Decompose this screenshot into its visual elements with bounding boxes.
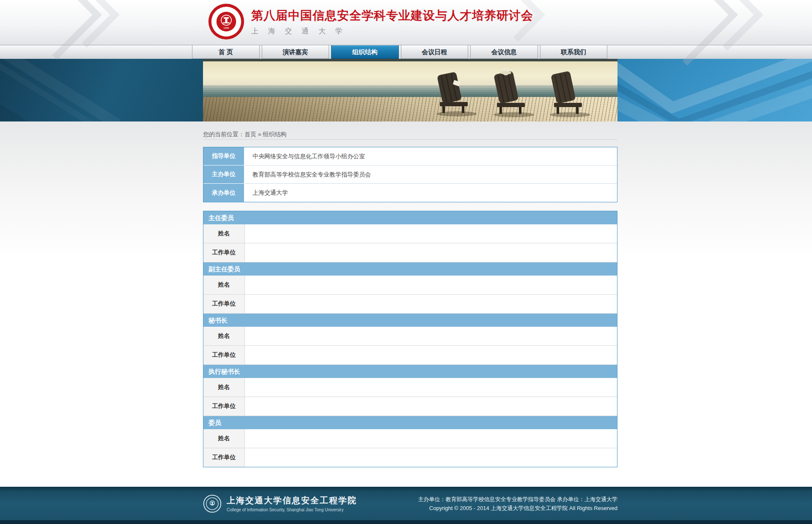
org-row-label-name: 姓名 [203, 378, 245, 397]
table-row: 姓名 [203, 378, 617, 397]
table-row: 工作单位 [203, 243, 617, 262]
table-row: 指导单位 中央网络安全与信息化工作领导小组办公室 [203, 147, 617, 165]
org-row-label-name: 姓名 [203, 224, 245, 243]
footer-college-name-en: College of Information Security, Shangha… [227, 507, 357, 512]
footer-seal-logo [203, 494, 222, 513]
unit-row-value: 上海交通大学 [245, 184, 617, 202]
sjtu-seal-logo[interactable]: SHANGHAI JIAO TONG UNIVERSITY 1896 [208, 3, 244, 40]
table-row: 工作单位 [203, 448, 617, 467]
table-row: 姓名 [203, 327, 617, 346]
org-row-value-unit [245, 346, 617, 364]
banner-left-panel [0, 59, 203, 121]
nav-tab-speakers[interactable]: 演讲嘉宾 [262, 45, 329, 59]
org-section-title: 执行秘书长 [203, 365, 617, 378]
breadcrumb-home-link[interactable]: 首页 [244, 131, 256, 138]
main-navigation: 首 页 演讲嘉宾 组织结构 会议日程 会议信息 联系我们 [0, 45, 812, 59]
seal-year-text: 1896 [223, 27, 229, 29]
org-row-value-name [245, 276, 617, 294]
table-row: 承办单位 上海交通大学 [203, 184, 617, 202]
org-row-value-name [245, 327, 617, 345]
main-content: 您的当前位置：首页 » 组织结构 指导单位 中央网络安全与信息化工作领导小组办公… [0, 121, 812, 487]
footer-bottom-strip [0, 520, 812, 524]
table-row: 姓名 [203, 224, 617, 243]
banner-chevron-decoration [617, 59, 812, 121]
nav-tab-strip: 首 页 演讲嘉宾 组织结构 会议日程 会议信息 联系我们 [192, 45, 607, 59]
table-row: 姓名 [203, 429, 617, 448]
org-section-title: 委员 [203, 416, 617, 429]
org-row-label-unit: 工作单位 [203, 295, 245, 313]
org-row-label-unit: 工作单位 [203, 243, 245, 262]
org-row-label-unit: 工作单位 [203, 346, 245, 364]
footer-organizers-line: 主办单位：教育部高等学校信息安全专业教学指导委员会 承办单位：上海交通大学 [418, 495, 617, 504]
nav-tab-organization[interactable]: 组织结构 [331, 45, 399, 59]
org-row-value-unit [245, 397, 617, 416]
table-row: 工作单位 [203, 397, 617, 416]
table-row: 主办单位 教育部高等学校信息安全专业教学指导委员会 [203, 165, 617, 184]
unit-row-label: 指导单位 [203, 147, 245, 165]
footer-college-name-cn: 上海交通大学信息安全工程学院 [227, 495, 357, 506]
org-section: 副主任委员 姓名 工作单位 [203, 262, 617, 314]
breadcrumb-current: 组织结构 [263, 131, 287, 138]
site-title: 第八届中国信息安全学科专业建设与人才培养研讨会 [251, 8, 533, 23]
org-section: 委员 姓名 工作单位 [203, 416, 617, 467]
table-row: 工作单位 [203, 295, 617, 314]
org-row-value-name [245, 429, 617, 448]
org-row-value-name [245, 224, 617, 243]
org-section-title: 秘书长 [203, 314, 617, 327]
org-section: 执行秘书长 姓名 工作单位 [203, 365, 617, 416]
org-row-label-name: 姓名 [203, 327, 245, 345]
breadcrumb-prefix: 您的当前位置： [203, 131, 244, 138]
unit-row-value: 教育部高等学校信息安全专业教学指导委员会 [245, 165, 617, 184]
org-row-value-unit [245, 448, 617, 467]
units-table: 指导单位 中央网络安全与信息化工作领导小组办公室 主办单位 教育部高等学校信息安… [203, 147, 617, 202]
unit-row-value: 中央网络安全与信息化工作领导小组办公室 [245, 147, 617, 165]
brand: SHANGHAI JIAO TONG UNIVERSITY 1896 第八届中国… [208, 3, 533, 40]
nav-tab-conference-info[interactable]: 会议信息 [470, 45, 538, 59]
nav-tab-home[interactable]: 首 页 [192, 45, 260, 59]
banner-beach-photo [203, 59, 617, 121]
unit-row-label: 主办单位 [203, 165, 245, 184]
unit-row-label: 承办单位 [203, 184, 245, 202]
header-chevron-decoration [54, 0, 120, 48]
breadcrumb-divider [203, 139, 617, 140]
header-chevron-decoration [691, 0, 763, 51]
site-subtitle: 上 海 交 通 大 学 [251, 26, 533, 36]
nav-tab-agenda[interactable]: 会议日程 [401, 45, 469, 59]
org-row-label-name: 姓名 [203, 276, 245, 294]
hero-banner [0, 59, 812, 121]
breadcrumb: 您的当前位置：首页 » 组织结构 [203, 121, 617, 139]
footer-copyright-line: Copyright © 2005 - 2014 上海交通大学信息安全工程学院 A… [418, 504, 617, 513]
brand-text: 第八届中国信息安全学科专业建设与人才培养研讨会 上 海 交 通 大 学 [251, 3, 533, 36]
table-row: 姓名 [203, 276, 617, 295]
deck-chairs-illustration [203, 59, 617, 121]
banner-right-panel [617, 59, 812, 121]
org-section: 秘书长 姓名 工作单位 [203, 314, 617, 365]
site-header: SHANGHAI JIAO TONG UNIVERSITY 1896 第八届中国… [0, 0, 812, 45]
org-row-label-name: 姓名 [203, 429, 245, 448]
table-row: 工作单位 [203, 346, 617, 365]
breadcrumb-separator-icon: » [258, 131, 261, 138]
page: SHANGHAI JIAO TONG UNIVERSITY 1896 第八届中国… [0, 0, 812, 524]
org-row-value-name [245, 378, 617, 397]
org-section-title: 主任委员 [203, 211, 617, 224]
site-footer: 上海交通大学信息安全工程学院 College of Information Se… [0, 487, 812, 524]
org-section: 主任委员 姓名 工作单位 [203, 211, 617, 262]
org-row-label-unit: 工作单位 [203, 448, 245, 467]
footer-brand: 上海交通大学信息安全工程学院 College of Information Se… [203, 494, 357, 513]
nav-tab-contact[interactable]: 联系我们 [540, 45, 608, 59]
org-row-value-unit [245, 295, 617, 313]
org-row-value-unit [245, 243, 617, 262]
footer-legal: 主办单位：教育部高等学校信息安全专业教学指导委员会 承办单位：上海交通大学 Co… [418, 495, 617, 513]
banner-streak-decoration [0, 59, 121, 121]
org-section-title: 副主任委员 [203, 262, 617, 276]
org-row-label-unit: 工作单位 [203, 397, 245, 416]
organization-table: 主任委员 姓名 工作单位 副主任委员 姓名 [203, 211, 617, 467]
